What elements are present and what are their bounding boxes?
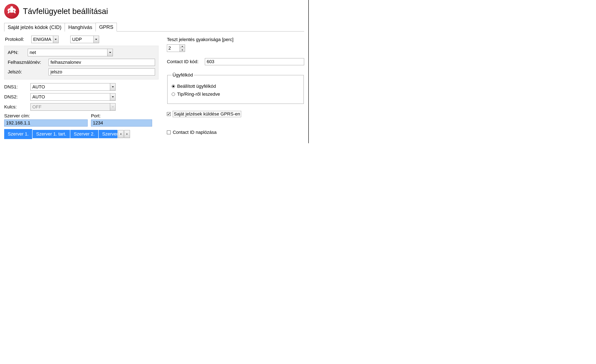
transport-value: UDP [71, 36, 93, 43]
apn-label: APN: [8, 50, 24, 55]
chevron-down-icon [53, 36, 58, 43]
radio-set-client-code[interactable] [172, 85, 175, 88]
tab-cid[interactable]: Saját jelzés kódok (CID) [4, 23, 65, 31]
password-label: Jelszó: [8, 69, 45, 75]
chevron-down-icon [110, 83, 115, 90]
test-frequency-label: Teszt jelentés gyakorisága [perc] [167, 37, 304, 42]
tab-hanghivas[interactable]: Hanghívás [65, 23, 96, 31]
client-code-group: Ügyfélkód Beállított ügyfélkód Tip/Ring-… [167, 72, 304, 104]
checkbox-send-gprs[interactable] [167, 112, 171, 116]
server-subtabs: Szerver 1. Szerver 1. tart. Szerver 2. S… [4, 129, 158, 139]
protocol-label: Protokoll: [5, 37, 28, 42]
page-title: Távfelügyelet beállításai [23, 7, 108, 16]
dns1-label: DNS1: [4, 84, 27, 90]
subtab-server-2-tart[interactable]: Szerver [99, 130, 118, 138]
check-icon [167, 113, 170, 116]
radio-set-client-code-label: Beállított ügyfélkód [177, 84, 216, 89]
client-code-legend: Ügyfélkód [172, 72, 194, 78]
tab-strip: Saját jelzés kódok (CID) Hanghívás GPRS [4, 22, 304, 31]
spinner-down-button[interactable] [180, 48, 185, 52]
key-select: OFF [30, 103, 116, 111]
port-input[interactable] [91, 119, 152, 127]
contact-id-code-input[interactable] [205, 58, 304, 65]
key-value: OFF [31, 103, 110, 110]
checkbox-send-gprs-label: Saját jelzések küldése GPRS-en [173, 111, 241, 117]
username-label: Felhasználónév: [8, 60, 45, 65]
subtab-server-1-tart[interactable]: Szerver 1. tart. [33, 130, 70, 138]
protocol-select[interactable]: ENIGMA [31, 36, 59, 43]
radio-tip-ring[interactable] [172, 93, 175, 96]
subtab-server-2[interactable]: Szerver 2. [70, 130, 98, 138]
key-label: Kulcs: [4, 104, 27, 110]
test-frequency-input[interactable] [167, 45, 180, 52]
radio-tip-ring-label: Tip/Ring-ről leszedve [177, 92, 220, 97]
password-input[interactable] [49, 68, 155, 75]
dns1-select[interactable]: AUTO [30, 83, 116, 91]
spinner-up-button[interactable] [180, 45, 185, 48]
server-address-label: Szerver cím: [4, 113, 88, 119]
transport-select[interactable]: UDP [70, 36, 99, 43]
server-address-input[interactable] [4, 119, 88, 127]
chevron-down-icon [110, 93, 115, 101]
username-input[interactable] [49, 59, 155, 66]
protocol-value: ENIGMA [31, 36, 53, 43]
chevron-down-icon [110, 103, 115, 110]
apn-value: net [28, 49, 107, 56]
apn-select[interactable]: net [28, 49, 113, 56]
dns2-select[interactable]: AUTO [30, 93, 116, 101]
dns2-label: DNS2: [4, 94, 27, 100]
chevron-down-icon [107, 49, 113, 56]
checkbox-log-cid-label: Contact ID naplózása [173, 130, 216, 135]
checkbox-log-cid[interactable] [167, 131, 171, 134]
test-frequency-spinner[interactable] [167, 44, 185, 52]
port-label: Port: [91, 113, 101, 119]
apn-group: APN: net Felhasználónév: Jelszó: [4, 46, 158, 80]
subtab-server-1[interactable]: Szerver 1. [4, 129, 32, 139]
app-icon [4, 4, 19, 19]
contact-id-code-label: Contact ID kód: [167, 59, 199, 65]
dns1-value: AUTO [31, 83, 110, 90]
scroll-left-button[interactable] [118, 130, 124, 138]
scroll-right-button[interactable] [124, 130, 130, 138]
tab-gprs[interactable]: GPRS [96, 23, 117, 31]
chevron-down-icon [93, 36, 99, 43]
dns2-value: AUTO [31, 93, 110, 101]
